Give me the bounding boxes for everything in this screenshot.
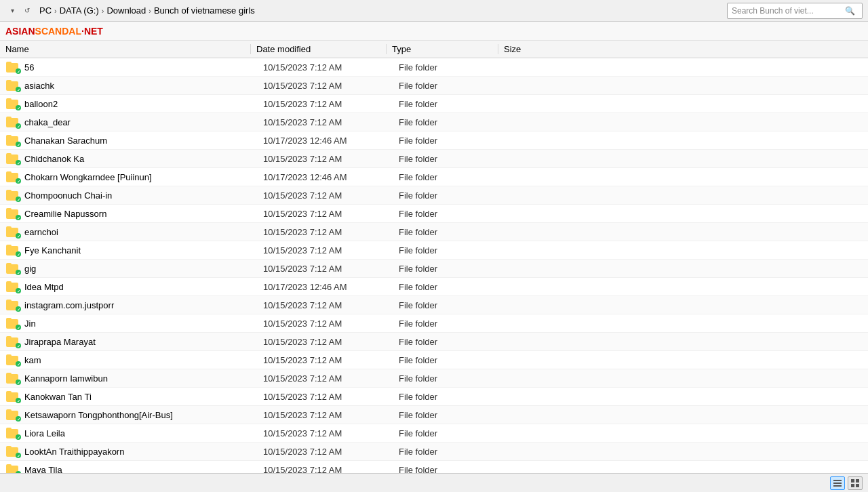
file-name: Maya Tila <box>19 465 258 474</box>
file-date: 10/15/2023 7:12 AM <box>258 410 393 420</box>
file-date: 10/15/2023 7:12 AM <box>258 428 393 438</box>
col-header-name[interactable]: Name <box>0 44 251 54</box>
table-row[interactable]: ✓ Idea Mtpd 10/17/2023 12:46 AM File fol… <box>0 278 868 296</box>
table-row[interactable]: ✓ earnchoi 10/15/2023 7:12 AM File folde… <box>0 223 868 241</box>
search-area[interactable]: Search Bunch of viet... 🔍 <box>727 3 863 19</box>
logo-net: ·NET <box>81 26 103 37</box>
folder-icon: ✓ <box>5 445 19 458</box>
file-date: 10/15/2023 7:12 AM <box>258 373 393 384</box>
table-row[interactable]: ✓ gig 10/15/2023 7:12 AM File folder <box>0 260 868 278</box>
svg-rect-0 <box>833 480 842 481</box>
file-type: File folder <box>393 81 505 91</box>
table-row[interactable]: ✓ Fye Kanchanit 10/15/2023 7:12 AM File … <box>0 241 868 260</box>
file-name: 56 <box>19 62 258 73</box>
view-list-btn[interactable] <box>830 476 845 490</box>
file-date: 10/15/2023 7:12 AM <box>258 319 393 329</box>
folder-icon: ✓ <box>5 60 19 74</box>
file-name: LooktAn Traithippayakorn <box>19 447 258 457</box>
svg-rect-2 <box>833 485 842 487</box>
folder-icon: ✓ <box>5 97 19 110</box>
nav-buttons: ▾ ↺ <box>5 4 34 18</box>
folder-icon: ✓ <box>5 353 19 367</box>
table-row[interactable]: ✓ Maya Tila 10/15/2023 7:12 AM File fold… <box>0 461 868 473</box>
sep-1: › <box>53 7 58 15</box>
file-date: 10/15/2023 7:12 AM <box>258 465 393 474</box>
file-name: Creamilie Napussorn <box>19 209 258 219</box>
table-row[interactable]: ✓ balloon2 10/15/2023 7:12 AM File folde… <box>0 95 868 113</box>
view-details-btn[interactable] <box>848 476 863 490</box>
file-name: Chidchanok Ka <box>19 154 258 164</box>
folder-icon: ✓ <box>5 207 19 220</box>
file-name: Fye Kanchanit <box>19 245 258 255</box>
table-row[interactable]: ✓ Kannaporn Iamwibun 10/15/2023 7:12 AM … <box>0 369 868 388</box>
file-name: balloon2 <box>19 99 258 109</box>
breadcrumb-download[interactable]: Download <box>106 5 146 16</box>
file-date: 10/15/2023 7:12 AM <box>258 227 393 237</box>
file-type: File folder <box>393 282 505 292</box>
folder-icon: ✓ <box>5 390 19 403</box>
file-date: 10/15/2023 7:12 AM <box>258 99 393 109</box>
file-type: File folder <box>393 172 505 182</box>
file-type: File folder <box>393 392 505 402</box>
breadcrumb-area: PC › DATA (G:) › Download › Bunch of vie… <box>39 5 724 16</box>
refresh-btn[interactable]: ↺ <box>20 4 34 18</box>
file-date: 10/15/2023 7:12 AM <box>258 62 393 73</box>
table-row[interactable]: ✓ instagram.com.justporr 10/15/2023 7:12… <box>0 296 868 314</box>
file-date: 10/15/2023 7:12 AM <box>258 447 393 457</box>
file-type: File folder <box>393 245 505 255</box>
folder-icon: ✓ <box>5 188 19 202</box>
folder-icon: ✓ <box>5 371 19 385</box>
file-name: Jin <box>19 319 258 329</box>
table-row[interactable]: ✓ Ketsawaporn Tongphonthong[Air-Bus] 10/… <box>0 406 868 424</box>
column-header: Name Date modified Type Size <box>0 41 868 58</box>
file-type: File folder <box>393 337 505 347</box>
svg-rect-6 <box>856 484 859 487</box>
file-name: Chokarn Wongkarndee [Puiinun] <box>19 172 258 182</box>
file-type: File folder <box>393 264 505 274</box>
file-name: Chanakan Sarachum <box>19 136 258 146</box>
table-row[interactable]: ✓ 56 10/15/2023 7:12 AM File folder <box>0 58 868 77</box>
file-date: 10/17/2023 12:46 AM <box>258 136 393 146</box>
table-row[interactable]: ✓ Chidchanok Ka 10/15/2023 7:12 AM File … <box>0 150 868 168</box>
file-list: ✓ 56 10/15/2023 7:12 AM File folder ✓ as… <box>0 58 868 473</box>
svg-rect-1 <box>833 483 842 484</box>
file-date: 10/15/2023 7:12 AM <box>258 190 393 201</box>
table-row[interactable]: ✓ Chanakan Sarachum 10/17/2023 12:46 AM … <box>0 131 868 150</box>
col-header-type[interactable]: Type <box>387 44 498 54</box>
folder-icon: ✓ <box>5 134 19 147</box>
file-type: File folder <box>393 465 505 474</box>
table-row[interactable]: ✓ chaka_dear 10/15/2023 7:12 AM File fol… <box>0 113 868 131</box>
folder-icon: ✓ <box>5 316 19 330</box>
file-name: instagram.com.justporr <box>19 300 258 310</box>
file-date: 10/15/2023 7:12 AM <box>258 245 393 255</box>
dropdown-btn[interactable]: ▾ <box>5 4 19 18</box>
file-name: kam <box>19 355 258 365</box>
breadcrumb-pc[interactable]: PC <box>39 5 52 16</box>
table-row[interactable]: ✓ Liora Leila 10/15/2023 7:12 AM File fo… <box>0 424 868 443</box>
folder-icon: ✓ <box>5 115 19 129</box>
search-icon[interactable]: 🔍 <box>842 3 858 19</box>
table-row[interactable]: ✓ LooktAn Traithippayakorn 10/15/2023 7:… <box>0 443 868 461</box>
breadcrumb-data[interactable]: DATA (G:) <box>60 5 99 16</box>
file-type: File folder <box>393 117 505 127</box>
table-row[interactable]: ✓ kam 10/15/2023 7:12 AM File folder <box>0 351 868 369</box>
table-row[interactable]: ✓ Creamilie Napussorn 10/15/2023 7:12 AM… <box>0 205 868 223</box>
logo-asian: ASIAN <box>5 26 35 37</box>
file-name: Idea Mtpd <box>19 282 258 292</box>
file-name: gig <box>19 264 258 274</box>
table-row[interactable]: ✓ asiachk 10/15/2023 7:12 AM File folder <box>0 77 868 95</box>
folder-icon: ✓ <box>5 280 19 293</box>
file-type: File folder <box>393 154 505 164</box>
col-header-size[interactable]: Size <box>498 44 566 54</box>
table-row[interactable]: ✓ Jin 10/15/2023 7:12 AM File folder <box>0 314 868 333</box>
table-row[interactable]: ✓ Chompoonuch Chai-in 10/15/2023 7:12 AM… <box>0 186 868 205</box>
table-row[interactable]: ✓ Jiraprapa Marayat 10/15/2023 7:12 AM F… <box>0 333 868 351</box>
status-bar <box>0 473 868 492</box>
col-header-date[interactable]: Date modified <box>251 44 387 54</box>
table-row[interactable]: ✓ Kanokwan Tan Ti 10/15/2023 7:12 AM Fil… <box>0 388 868 406</box>
file-name: Ketsawaporn Tongphonthong[Air-Bus] <box>19 410 258 420</box>
table-row[interactable]: ✓ Chokarn Wongkarndee [Puiinun] 10/17/20… <box>0 168 868 186</box>
file-date: 10/15/2023 7:12 AM <box>258 117 393 127</box>
file-date: 10/15/2023 7:12 AM <box>258 300 393 310</box>
folder-icon: ✓ <box>5 262 19 275</box>
